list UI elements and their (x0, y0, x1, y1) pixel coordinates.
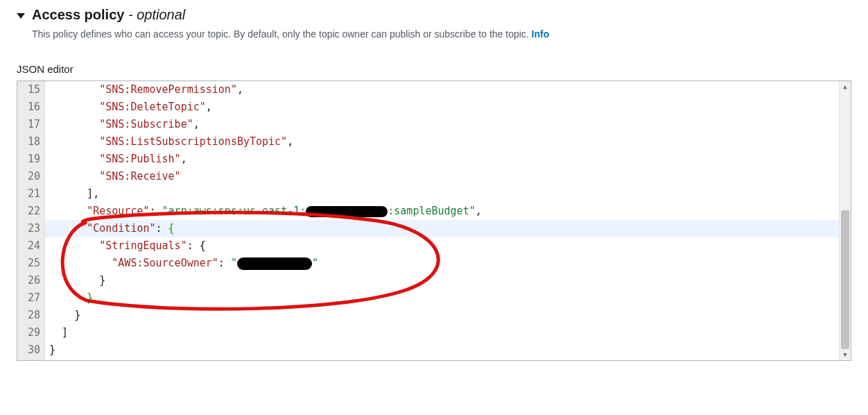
code-line[interactable]: ], (45, 185, 840, 203)
line-number: 28 (17, 307, 40, 324)
code-line[interactable]: ] (45, 324, 840, 341)
description-text: This policy defines who can access your … (32, 28, 532, 40)
code-line[interactable]: "SNS:Subscribe", (45, 116, 840, 133)
line-number: 29 (17, 324, 40, 341)
code-line[interactable]: } (45, 272, 840, 289)
code-line[interactable]: "AWS:SourceOwner": "" (45, 255, 840, 272)
section-title: Access policy - optional (32, 7, 185, 23)
scrollbar-vertical[interactable]: ▲ ▼ (839, 81, 851, 360)
line-number-gutter: 15161718192021222324252627282930 (17, 81, 45, 360)
scrollbar-thumb[interactable] (841, 210, 849, 349)
line-number: 17 (17, 116, 40, 133)
code-line[interactable]: } (45, 289, 840, 307)
line-number: 27 (17, 289, 40, 307)
code-line[interactable]: "SNS:DeleteTopic", (45, 99, 840, 116)
line-number: 16 (17, 99, 40, 116)
info-link[interactable]: Info (532, 28, 550, 40)
line-number: 24 (17, 237, 40, 255)
section-description: This policy defines who can access your … (32, 28, 851, 40)
title-optional: - optional (124, 7, 185, 22)
code-line[interactable]: "Resource": "arn:aws:sns:us-east-1::samp… (45, 203, 840, 220)
scroll-down-icon[interactable]: ▼ (840, 349, 851, 360)
line-number: 23 (17, 220, 40, 237)
code-area[interactable]: "SNS:RemovePermission", "SNS:DeleteTopic… (45, 81, 840, 360)
editor-label: JSON editor (17, 63, 851, 75)
redacted-text (306, 206, 388, 217)
redacted-text (237, 257, 312, 270)
line-number: 15 (17, 81, 40, 99)
line-number: 30 (17, 341, 40, 359)
section-header[interactable]: Access policy - optional (17, 7, 851, 23)
line-number: 18 (17, 133, 40, 151)
code-line[interactable]: } (45, 307, 840, 324)
line-number: 26 (17, 272, 40, 289)
code-line[interactable]: "SNS:RemovePermission", (45, 81, 840, 99)
line-number: 20 (17, 168, 40, 185)
line-number: 19 (17, 151, 40, 168)
access-policy-section: Access policy - optional This policy def… (0, 0, 868, 415)
code-line[interactable]: "Condition": { (45, 220, 840, 237)
title-main: Access policy (32, 7, 124, 22)
collapse-caret-icon[interactable] (17, 13, 25, 19)
code-line[interactable]: "SNS:Publish", (45, 151, 840, 168)
scroll-up-icon[interactable]: ▲ (840, 81, 851, 92)
code-line[interactable]: "StringEquals": { (45, 237, 840, 255)
code-line[interactable]: "SNS:Receive" (45, 168, 840, 185)
line-number: 25 (17, 255, 40, 272)
code-line[interactable]: "SNS:ListSubscriptionsByTopic", (45, 133, 840, 151)
json-editor[interactable]: 15161718192021222324252627282930 "SNS:Re… (17, 81, 851, 361)
line-number: 21 (17, 185, 40, 203)
line-number: 22 (17, 203, 40, 220)
code-line[interactable]: } (45, 341, 840, 359)
